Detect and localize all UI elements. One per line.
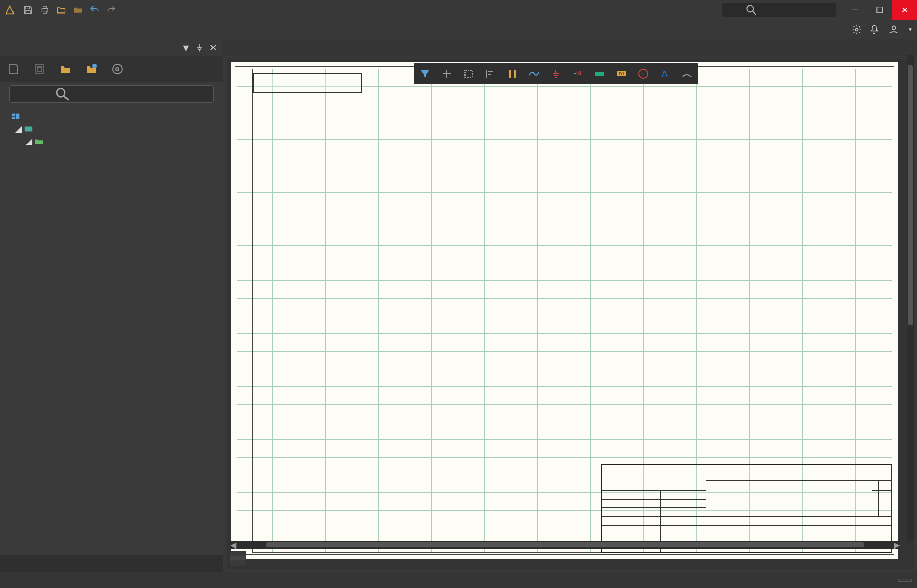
panel-close-icon[interactable]: ✕ — [208, 43, 218, 52]
svg-rect-0 — [42, 9, 48, 12]
collapse-icon[interactable]: ◢ — [15, 124, 22, 135]
projects-search-input[interactable] — [114, 89, 208, 99]
tree-project[interactable]: ◢ — [0, 123, 223, 135]
bus-icon[interactable] — [593, 68, 606, 80]
redo-icon[interactable] — [106, 5, 116, 15]
scroll-right-icon[interactable]: ▶ — [893, 541, 900, 549]
drawing-number-block — [252, 73, 362, 93]
project-settings-icon[interactable] — [111, 63, 124, 75]
distribute-icon[interactable] — [506, 68, 519, 80]
editor-tab[interactable] — [230, 556, 246, 560]
editor-mode-tabs — [230, 551, 246, 566]
save-project-icon[interactable] — [7, 63, 20, 75]
sheet — [231, 62, 898, 559]
title-bar: ─ ☐ ✕ — [0, 0, 917, 20]
maximize-button[interactable]: ☐ — [867, 0, 892, 20]
tree-root[interactable] — [0, 110, 223, 123]
search-icon — [15, 86, 110, 102]
tb-scale — [885, 480, 891, 490]
tb-name — [706, 480, 872, 517]
open-project-icon[interactable] — [73, 5, 83, 15]
user-dropdown-icon[interactable]: ▼ — [908, 26, 913, 32]
tb-sheets — [872, 517, 891, 526]
refresh-project-icon[interactable] — [85, 63, 98, 75]
settings-icon[interactable] — [852, 24, 862, 35]
vertical-scrollbar[interactable] — [907, 55, 914, 541]
projects-toolbar — [0, 56, 223, 82]
svg-rect-15 — [12, 117, 15, 119]
text-icon[interactable]: A — [659, 68, 671, 80]
svg-rect-8 — [37, 67, 42, 71]
project-tree: ◢ ◢ — [0, 108, 223, 555]
tb-mass — [879, 480, 885, 490]
menu-bar: ▼ — [0, 20, 917, 39]
title-block — [601, 464, 892, 553]
designator-icon[interactable]: D1 — [615, 68, 628, 80]
info-icon[interactable]: i — [637, 68, 649, 80]
svg-rect-7 — [35, 65, 44, 73]
svg-rect-22 — [488, 71, 493, 72]
netlabel-icon[interactable]: NL — [572, 68, 584, 80]
power-gnd-icon[interactable] — [550, 68, 562, 80]
projects-search[interactable] — [9, 85, 214, 103]
editor-area: NL D1 i A ◀ ▶ — [223, 39, 917, 572]
svg-line-4 — [753, 11, 756, 15]
search-icon — [726, 3, 777, 17]
svg-point-5 — [856, 28, 858, 31]
tb-h-sign — [661, 490, 686, 499]
global-search-input[interactable] — [781, 5, 832, 15]
status-bar — [0, 572, 917, 588]
scroll-thumb[interactable] — [908, 65, 913, 325]
svg-rect-23 — [488, 74, 491, 75]
document-tabs — [223, 39, 917, 56]
svg-text:A: A — [661, 69, 668, 79]
compile-icon[interactable] — [33, 63, 46, 75]
app-logo — [4, 4, 16, 16]
svg-point-10 — [116, 68, 119, 71]
tb-h-izm — [602, 490, 616, 499]
tb-h-list — [616, 490, 630, 499]
left-zone-bar — [237, 69, 252, 553]
scroll-thumb[interactable] — [266, 542, 864, 547]
tb-code — [706, 465, 892, 481]
panel-pin-icon[interactable] — [195, 43, 204, 52]
svg-rect-32 — [595, 72, 604, 76]
svg-point-12 — [57, 88, 65, 97]
tb-h-ndoc — [630, 490, 661, 499]
horizontal-scrollbar[interactable]: ◀ ▶ — [230, 541, 900, 549]
svg-rect-24 — [509, 70, 511, 78]
undo-icon[interactable] — [89, 5, 100, 15]
filter-icon[interactable] — [419, 68, 431, 80]
panel-dropdown-icon[interactable]: ▼ — [181, 43, 191, 52]
select-icon[interactable] — [462, 68, 475, 80]
user-icon[interactable] — [887, 24, 900, 35]
projects-panel-header: ▼ ✕ — [0, 39, 223, 56]
panels-button[interactable] — [898, 579, 912, 582]
collapse-icon[interactable]: ◢ — [25, 136, 32, 147]
save-icon[interactable] — [23, 5, 33, 15]
panel-bottom-tabs — [0, 555, 223, 572]
scroll-left-icon[interactable]: ◀ — [230, 541, 237, 549]
open-folder-icon[interactable] — [56, 5, 67, 15]
global-search[interactable] — [722, 3, 836, 17]
cross-probe-icon[interactable] — [441, 68, 453, 80]
active-bar[interactable]: NL D1 i A — [414, 63, 698, 84]
svg-rect-1 — [43, 6, 47, 8]
tb-h-date — [686, 490, 706, 499]
wire-icon[interactable] — [528, 68, 540, 80]
schematic-canvas[interactable]: NL D1 i A ◀ ▶ — [227, 59, 914, 569]
close-button[interactable]: ✕ — [892, 0, 917, 20]
svg-text:NL: NL — [576, 71, 583, 76]
arc-icon[interactable] — [681, 68, 693, 80]
svg-rect-25 — [514, 70, 516, 78]
align-left-icon[interactable] — [484, 68, 497, 80]
add-folder-icon[interactable] — [59, 63, 72, 75]
svg-point-9 — [92, 64, 97, 68]
minimize-button[interactable]: ─ — [842, 0, 867, 20]
tree-source-folder[interactable]: ◢ — [0, 135, 223, 148]
print-icon[interactable] — [39, 5, 50, 15]
folder-icon — [34, 137, 44, 145]
notifications-icon[interactable] — [869, 24, 880, 35]
projects-panel: ▼ ✕ ◢ — [0, 39, 223, 572]
svg-rect-16 — [16, 114, 19, 119]
